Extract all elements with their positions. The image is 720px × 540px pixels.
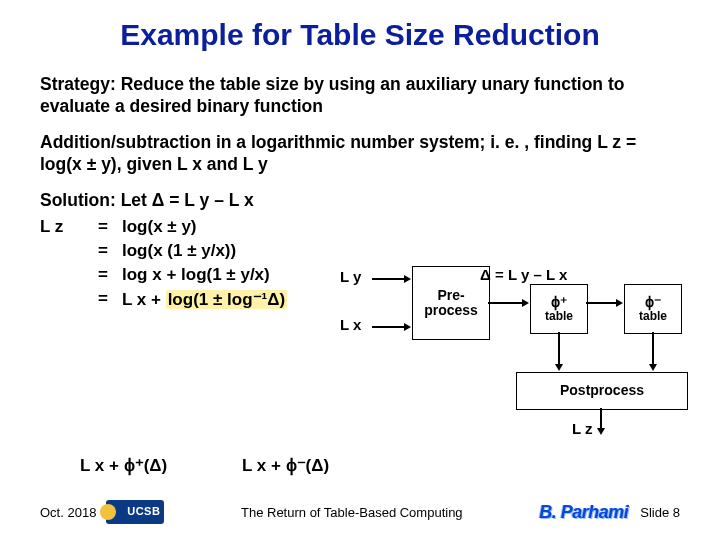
deriv-line-4-highlight: log(1 ± log⁻¹Δ) (166, 290, 287, 309)
page-title: Example for Table Size Reduction (40, 18, 680, 52)
deriv-line-1: log(x ± y) (122, 217, 197, 237)
footer-title: The Return of Table-Based Computing (241, 505, 463, 520)
deriv-eq: = (98, 217, 122, 237)
postprocess-box: Postprocess (516, 372, 688, 410)
label-lz: L z (572, 420, 593, 437)
table-label: table (639, 310, 667, 323)
strategy-text: Strategy: Reduce the table size by using… (40, 74, 680, 118)
solution-header: Solution: Let Δ = L y – L x (40, 190, 680, 212)
ucsb-logo: UCSB (106, 500, 164, 524)
output-expressions: L x + ϕ⁺(Δ) L x + ϕ⁻(Δ) (80, 455, 329, 476)
phi-plus-label: ϕ⁺ (551, 295, 567, 310)
deriv-line-4-pre: L x + (122, 290, 166, 309)
author-name: B. Parhami (539, 502, 628, 523)
phi-minus-label: ϕ⁻ (645, 295, 661, 310)
output-minus: L x + ϕ⁻(Δ) (242, 456, 329, 475)
deriv-eq: = (98, 241, 122, 261)
slide-footer: Oct. 2018 UCSB The Return of Table-Based… (40, 500, 680, 524)
phi-minus-table: ϕ⁻ table (624, 284, 682, 334)
slide-number: Slide 8 (640, 505, 680, 520)
output-plus: L x + ϕ⁺(Δ) (80, 455, 167, 476)
deriv-line-2: log(x (1 ± y/x)) (122, 241, 236, 261)
deriv-line-3: log x + log(1 ± y/x) (122, 265, 270, 285)
label-delta: Δ = L y – L x (480, 266, 567, 283)
deriv-lhs: L z (40, 217, 98, 237)
table-label: table (545, 310, 573, 323)
ucsb-logo-text: UCSB (127, 505, 160, 517)
preprocess-box: Pre- process (412, 266, 490, 340)
block-diagram: L y L x Pre- process Δ = L y – L x ϕ⁺ ta… (340, 272, 700, 462)
deriv-line-4: L x + log(1 ± log⁻¹Δ) (122, 289, 287, 310)
label-lx: L x (340, 316, 361, 333)
footer-date: Oct. 2018 (40, 505, 96, 520)
phi-plus-table: ϕ⁺ table (530, 284, 588, 334)
problem-text: Addition/subtraction in a logarithmic nu… (40, 132, 680, 176)
deriv-eq: = (98, 265, 122, 285)
label-ly: L y (340, 268, 361, 285)
deriv-eq: = (98, 289, 122, 310)
